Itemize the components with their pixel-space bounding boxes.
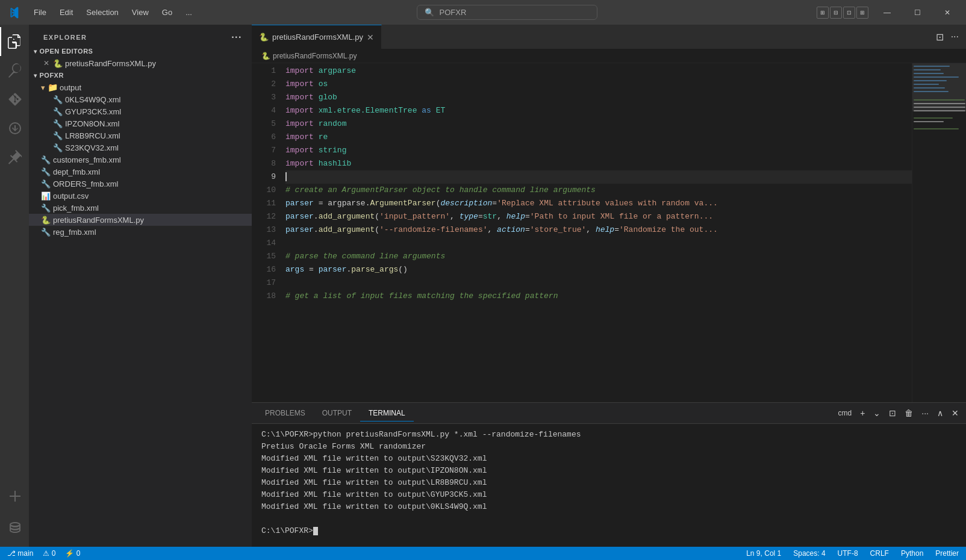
open-editor-filename: pretiusRandFormsXML.py: [65, 59, 156, 68]
breadcrumb-icon: 🐍: [261, 52, 270, 60]
terminal-content[interactable]: C:\1\POFXR>python pretiusRandFormsXML.py…: [252, 424, 966, 547]
svg-rect-14: [914, 128, 959, 129]
menu-more[interactable]: ...: [179, 5, 198, 19]
file-S23KQV32[interactable]: 🔧 S23KQV32.xml: [29, 142, 252, 154]
statusbar-spaces[interactable]: Spaces: 4: [791, 549, 827, 558]
svg-rect-2: [914, 73, 944, 74]
terminal-line-5: Modified XML file written to output\GYUP…: [261, 489, 956, 501]
titlebar: File Edit Selection View Go ... 🔍 POFXR …: [0, 0, 966, 25]
terminal-dropdown-button[interactable]: ⌄: [871, 407, 883, 419]
statusbar-left: ⎇ main ⚠ 0 ⚡ 0: [5, 549, 83, 558]
file-orders[interactable]: 🔧 ORDERS_fmb.xml: [29, 178, 252, 190]
file-pick[interactable]: 🔧 pick_fmb.xml: [29, 202, 252, 214]
search-bar: 🔍 POFXR: [198, 5, 817, 20]
file-dept[interactable]: 🔧 dept_fmb.xml: [29, 166, 252, 178]
statusbar-errors[interactable]: ⚠ 0: [40, 549, 58, 558]
file-GYUP3CK5[interactable]: 🔧 GYUP3CK5.xml: [29, 105, 252, 117]
layout-grid-icon[interactable]: ⊞: [856, 7, 868, 19]
close-editor-icon[interactable]: ✕: [43, 59, 49, 67]
folder-output[interactable]: ▾ 📁 output: [29, 81, 252, 93]
statusbar-eol[interactable]: CRLF: [868, 549, 891, 558]
tab-bar: 🐍 pretiusRandFormsXML.py ✕ ⊡ ···: [252, 25, 966, 49]
menu-edit[interactable]: Edit: [54, 5, 79, 19]
menu-selection[interactable]: Selection: [80, 5, 124, 19]
terminal-tab-output[interactable]: OUTPUT: [314, 405, 360, 422]
terminal-tab-problems[interactable]: PROBLEMS: [257, 405, 314, 422]
activity-search[interactable]: [0, 56, 29, 85]
statusbar-warnings[interactable]: ⚡ 0: [63, 549, 83, 558]
terminal-line-6: Modified XML file written to output\0KLS…: [261, 501, 956, 513]
file-LR8B9RCU[interactable]: 🔧 LR8B9RCU.xml: [29, 129, 252, 142]
svg-rect-5: [914, 84, 939, 85]
layout-panel-icon[interactable]: ⊟: [830, 7, 842, 19]
terminal-split-button[interactable]: ⊡: [887, 407, 899, 419]
tab-close-button[interactable]: ✕: [367, 33, 374, 42]
breadcrumb-filename: pretiusRandFormsXML.py: [273, 52, 357, 60]
statusbar-language[interactable]: Python: [899, 549, 926, 558]
py-icon-pretius: 🐍: [41, 215, 51, 225]
terminal-more-button[interactable]: ···: [919, 407, 931, 419]
statusbar-branch[interactable]: ⎇ main: [5, 549, 36, 558]
statusbar-encoding[interactable]: UTF-8: [835, 549, 861, 558]
menu-view[interactable]: View: [126, 5, 155, 19]
filename-orders: ORDERS_fmb.xml: [53, 179, 118, 188]
more-actions-button[interactable]: ···: [949, 30, 961, 43]
file-output-csv[interactable]: 📊 output.csv: [29, 190, 252, 202]
tab-py-icon: 🐍: [259, 33, 269, 42]
terminal-trash-button[interactable]: 🗑: [902, 407, 915, 419]
close-button[interactable]: ✕: [933, 4, 961, 22]
xml-icon-customers: 🔧: [41, 155, 51, 164]
activity-database[interactable]: [0, 513, 29, 542]
split-editor-button[interactable]: ⊡: [933, 30, 946, 44]
activity-explorer[interactable]: [0, 27, 29, 56]
minimize-button[interactable]: —: [873, 4, 901, 22]
terminal-line-3: Modified XML file written to output\IPZO…: [261, 465, 956, 477]
terminal-maximize-button[interactable]: ∧: [935, 407, 946, 419]
file-0KLS4W9Q[interactable]: 🔧 0KLS4W9Q.xml: [29, 93, 252, 105]
vscode-logo: [5, 4, 23, 22]
layout-sidebar-icon[interactable]: ⊞: [817, 7, 829, 19]
statusbar-formatter[interactable]: Prettier: [933, 549, 961, 558]
filename-output-csv: output.csv: [53, 191, 89, 201]
activity-bar: [0, 25, 29, 547]
search-placeholder: POFXR: [439, 8, 466, 17]
filename-LR8B9RCU: LR8B9RCU.xml: [65, 131, 120, 140]
activity-run[interactable]: [0, 114, 29, 143]
section-open-editors[interactable]: ▾ OPEN EDITORS: [29, 45, 252, 57]
svg-rect-6: [914, 87, 945, 89]
menu-file[interactable]: File: [28, 5, 52, 19]
terminal-new-button[interactable]: +: [858, 407, 867, 419]
statusbar-position[interactable]: Ln 9, Col 1: [744, 549, 784, 558]
tab-pretius[interactable]: 🐍 pretiusRandFormsXML.py ✕: [252, 25, 382, 49]
file-pretius-py[interactable]: 🐍 pretiusRandFormsXML.py: [29, 214, 252, 226]
svg-rect-8: [914, 99, 965, 101]
open-editor-item[interactable]: ✕ 🐍 pretiusRandFormsXML.py: [29, 57, 252, 69]
xml-icon-s23k: 🔧: [53, 143, 63, 152]
file-customers[interactable]: 🔧 customers_fmb.xml: [29, 154, 252, 166]
svg-rect-7: [914, 91, 949, 92]
filename-S23KQV32: S23KQV32.xml: [65, 143, 119, 152]
folder-icon-output: 📁: [48, 82, 57, 92]
layout-split-icon[interactable]: ⊡: [843, 7, 855, 19]
search-input[interactable]: 🔍 POFXR: [417, 5, 597, 20]
sidebar-menu-button[interactable]: ···: [231, 32, 242, 43]
maximize-button[interactable]: ☐: [903, 4, 931, 22]
breadcrumb: 🐍 pretiusRandFormsXML.py: [252, 49, 966, 63]
filename-dept: dept_fmb.xml: [53, 167, 100, 176]
statusbar: ⎇ main ⚠ 0 ⚡ 0 Ln 9, Col 1 Spaces: 4 UTF…: [0, 547, 966, 560]
activity-docker[interactable]: [0, 482, 29, 511]
sidebar-content: ▾ OPEN EDITORS ✕ 🐍 pretiusRandFormsXML.p…: [29, 45, 252, 547]
line-numbers: 1234 5678 9 10111213 1415161718: [252, 63, 281, 402]
code-editor: 1234 5678 9 10111213 1415161718 import a…: [252, 63, 966, 402]
menu-go[interactable]: Go: [156, 5, 178, 19]
terminal-close-button[interactable]: ✕: [949, 407, 961, 419]
terminal-tab-terminal[interactable]: TERMINAL: [360, 405, 414, 422]
code-content[interactable]: import argparse import os import glob im…: [281, 63, 912, 402]
file-reg[interactable]: 🔧 reg_fmb.xml: [29, 226, 252, 238]
activity-git[interactable]: [0, 85, 29, 114]
section-pofxr[interactable]: ▾ POFXR: [29, 69, 252, 81]
chevron-pofxr: ▾: [34, 72, 37, 79]
svg-rect-13: [914, 121, 944, 122]
activity-extensions[interactable]: [0, 143, 29, 172]
file-IPZON8ON[interactable]: 🔧 IPZON8ON.xml: [29, 117, 252, 129]
